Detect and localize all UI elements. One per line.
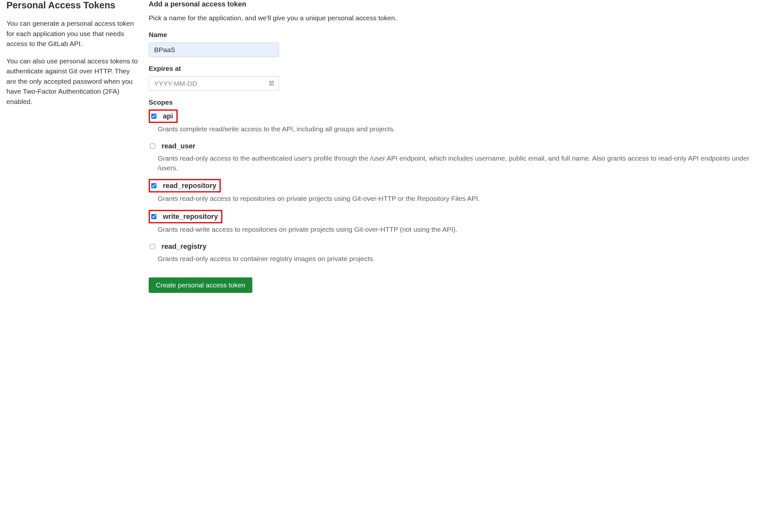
scope-item-read_user: read_userGrants read-only access to the … bbox=[149, 140, 770, 173]
create-token-button[interactable]: Create personal access token bbox=[149, 277, 252, 293]
scope-name-write_repository: write_repository bbox=[163, 212, 218, 221]
form-heading: Add a personal access token bbox=[149, 0, 770, 8]
scopes-label: Scopes bbox=[149, 98, 770, 106]
name-input[interactable] bbox=[149, 42, 279, 57]
scope-name-api: api bbox=[163, 112, 173, 120]
scope-desc-read_repository: Grants read-only access to repositories … bbox=[149, 194, 770, 203]
page-description-2: You can also use personal access tokens … bbox=[6, 56, 140, 107]
scope-item-read_registry: read_registryGrants read-only access to … bbox=[149, 241, 770, 263]
scope-row-read_registry: read_registry bbox=[149, 241, 770, 253]
form-subheading: Pick a name for the application, and we'… bbox=[149, 14, 770, 22]
scope-checkbox-read_user[interactable] bbox=[150, 144, 155, 149]
scope-checkbox-read_registry[interactable] bbox=[150, 244, 155, 249]
scope-checkbox-write_repository[interactable] bbox=[151, 214, 156, 219]
expires-label: Expires at bbox=[149, 65, 770, 72]
scope-desc-read_registry: Grants read-only access to container reg… bbox=[149, 254, 770, 263]
scope-desc-read_user: Grants read-only access to the authentic… bbox=[149, 154, 770, 173]
scope-row-read_user: read_user bbox=[149, 140, 770, 152]
scope-checkbox-api[interactable] bbox=[151, 114, 156, 119]
scope-row-api: api bbox=[149, 109, 178, 123]
scope-row-read_repository: read_repository bbox=[149, 179, 221, 192]
expires-input[interactable] bbox=[149, 76, 279, 91]
name-label: Name bbox=[149, 31, 770, 39]
scope-desc-write_repository: Grants read-write access to repositories… bbox=[149, 225, 770, 234]
scope-row-write_repository: write_repository bbox=[149, 210, 222, 223]
scope-name-read_repository: read_repository bbox=[163, 182, 216, 190]
scope-item-read_repository: read_repositoryGrants read-only access t… bbox=[149, 179, 770, 203]
scope-checkbox-read_repository[interactable] bbox=[151, 183, 156, 188]
scope-name-read_user: read_user bbox=[162, 142, 195, 150]
scope-item-write_repository: write_repositoryGrants read-write access… bbox=[149, 210, 770, 234]
scope-desc-api: Grants complete read/write access to the… bbox=[149, 124, 770, 133]
page-title: Personal Access Tokens bbox=[6, 0, 140, 11]
scope-item-api: apiGrants complete read/write access to … bbox=[149, 109, 770, 133]
page-description-1: You can generate a personal access token… bbox=[6, 18, 140, 49]
scope-name-read_registry: read_registry bbox=[162, 242, 206, 251]
